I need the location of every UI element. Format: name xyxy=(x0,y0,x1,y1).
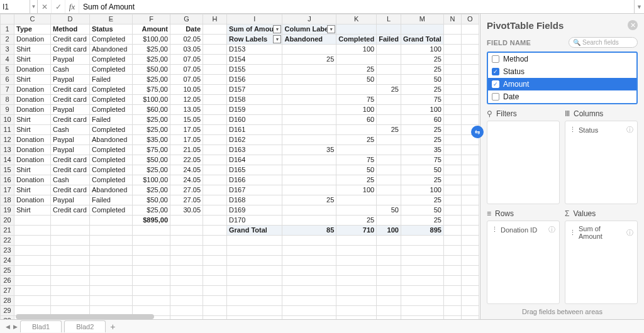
cell[interactable] xyxy=(461,155,479,165)
cell[interactable] xyxy=(203,75,227,85)
cell[interactable]: Credit card xyxy=(51,115,90,125)
cell[interactable]: 710 xyxy=(336,226,377,236)
cell[interactable]: Donation xyxy=(14,85,51,95)
cell[interactable] xyxy=(90,266,133,276)
cell[interactable] xyxy=(14,226,51,236)
cell[interactable] xyxy=(227,306,282,316)
drag-handle-icon[interactable]: ⋮ xyxy=(569,229,576,237)
drag-handle-icon[interactable]: ⋮ xyxy=(569,126,576,134)
col-header[interactable]: O xyxy=(461,14,479,25)
cell[interactable]: $50,00 xyxy=(133,155,170,165)
cell[interactable] xyxy=(443,296,461,306)
cell[interactable] xyxy=(14,246,51,256)
cell[interactable] xyxy=(443,85,461,95)
cell[interactable]: Grand Total xyxy=(227,226,282,236)
row-header[interactable]: 20 xyxy=(1,216,14,226)
cell[interactable]: 07.05 xyxy=(170,75,203,85)
cell[interactable]: 15.05 xyxy=(170,115,203,125)
cell[interactable] xyxy=(90,246,133,256)
cell[interactable]: Paypal xyxy=(51,55,90,65)
cell[interactable] xyxy=(443,175,461,185)
cell[interactable]: Cash xyxy=(51,65,90,75)
name-box[interactable]: I1 xyxy=(0,0,30,13)
cell[interactable] xyxy=(336,55,377,65)
cell[interactable] xyxy=(170,226,203,236)
cell[interactable]: Credit card xyxy=(51,45,90,55)
cell[interactable]: Completed xyxy=(90,165,133,175)
cell[interactable]: Donation xyxy=(14,35,51,45)
cell[interactable] xyxy=(443,45,461,55)
cell[interactable] xyxy=(203,65,227,75)
cell[interactable] xyxy=(443,306,461,316)
cell[interactable] xyxy=(336,306,377,316)
cell[interactable] xyxy=(203,175,227,185)
cell[interactable] xyxy=(203,125,227,135)
col-header[interactable]: J xyxy=(282,14,336,25)
dropdown-icon[interactable]: ▼ xyxy=(327,25,335,33)
cell[interactable]: $100,00 xyxy=(133,35,170,45)
cell[interactable]: 50 xyxy=(401,75,443,85)
cell[interactable]: 27.05 xyxy=(170,195,203,205)
row-header[interactable]: 28 xyxy=(1,296,14,306)
row-header[interactable]: 18 xyxy=(1,195,14,205)
row-header[interactable]: 10 xyxy=(1,115,14,125)
area-item[interactable]: ⋮Sum of Amountⓘ xyxy=(568,224,635,241)
cell[interactable]: Shirt xyxy=(14,75,51,85)
cell[interactable] xyxy=(90,236,133,246)
cell[interactable]: Completed xyxy=(90,55,133,65)
cell[interactable] xyxy=(336,246,377,256)
row-header[interactable]: 6 xyxy=(1,75,14,85)
cell[interactable] xyxy=(443,276,461,286)
cell[interactable]: 25 xyxy=(336,65,377,75)
cell[interactable]: 50 xyxy=(401,165,443,175)
row-header[interactable]: 19 xyxy=(1,205,14,216)
cell[interactable]: 24.05 xyxy=(170,175,203,185)
cell[interactable]: $25,00 xyxy=(133,165,170,175)
field-item-amount[interactable]: ✓Amount xyxy=(488,78,636,90)
area-item[interactable]: ⋮Donation IDⓘ xyxy=(490,224,557,236)
cell[interactable]: Donation xyxy=(14,145,51,155)
cell[interactable]: Completed xyxy=(90,85,133,95)
cell[interactable] xyxy=(227,256,282,266)
row-header[interactable]: 15 xyxy=(1,165,14,175)
cell[interactable] xyxy=(282,216,336,226)
cell[interactable] xyxy=(203,185,227,195)
cell[interactable] xyxy=(461,246,479,256)
cell[interactable]: 100 xyxy=(336,45,377,55)
cell[interactable]: $25,00 xyxy=(133,125,170,135)
cell[interactable]: Abandoned xyxy=(90,45,133,55)
cell[interactable]: Credit card xyxy=(51,85,90,95)
checkbox-icon[interactable] xyxy=(492,93,499,101)
cell[interactable]: Grand Total xyxy=(401,35,443,45)
cell[interactable]: Completed xyxy=(336,35,377,45)
cell[interactable] xyxy=(170,296,203,306)
row-header[interactable]: 1 xyxy=(1,25,14,35)
cell[interactable]: Completed xyxy=(90,125,133,135)
cell[interactable] xyxy=(282,306,336,316)
cell[interactable]: 25 xyxy=(401,195,443,205)
row-header[interactable]: 17 xyxy=(1,185,14,195)
cell[interactable] xyxy=(461,105,479,115)
sheet-tab-blad2[interactable]: Blad2 xyxy=(64,320,106,332)
row-header[interactable]: 7 xyxy=(1,85,14,95)
tab-prev-icon[interactable]: ◀ xyxy=(4,322,11,332)
cell[interactable]: 02.05 xyxy=(170,35,203,45)
cell[interactable] xyxy=(227,286,282,296)
cell[interactable] xyxy=(336,256,377,266)
cell[interactable] xyxy=(377,165,401,175)
cell[interactable] xyxy=(401,246,443,256)
cell[interactable] xyxy=(90,256,133,266)
row-header[interactable]: 3 xyxy=(1,45,14,55)
cell[interactable]: 60 xyxy=(336,115,377,125)
row-header[interactable]: 23 xyxy=(1,246,14,256)
field-item-date[interactable]: Date xyxy=(488,90,636,103)
cell[interactable]: $75,00 xyxy=(133,85,170,95)
col-header[interactable]: K xyxy=(336,14,377,25)
cell[interactable] xyxy=(14,266,51,276)
cell[interactable]: 24.05 xyxy=(170,165,203,175)
col-header[interactable]: C xyxy=(14,14,51,25)
cell[interactable]: D154 xyxy=(227,55,282,65)
cell[interactable] xyxy=(461,35,479,45)
row-header[interactable]: 27 xyxy=(1,286,14,296)
drag-handle-icon[interactable]: ⋮ xyxy=(491,226,498,234)
